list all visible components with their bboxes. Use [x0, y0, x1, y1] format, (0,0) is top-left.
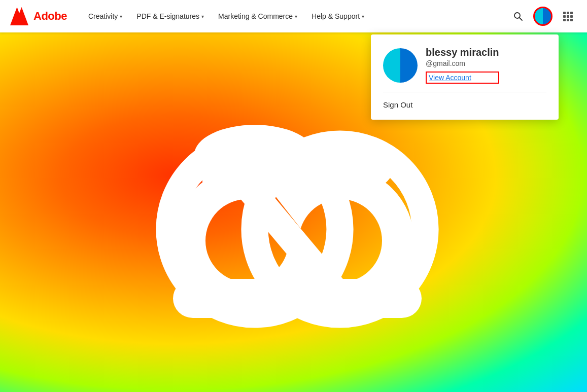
- grid-icon: [563, 12, 573, 21]
- svg-line-3: [520, 18, 523, 21]
- account-details: blessy miraclin @gmail.com View Account: [426, 47, 499, 84]
- adobe-brand-name: Adobe: [33, 10, 67, 23]
- view-account-link[interactable]: View Account: [426, 72, 499, 84]
- adobe-logo-icon: [10, 7, 28, 25]
- cc-logo-main-svg: [126, 98, 461, 367]
- avatar-image: [535, 8, 551, 24]
- marketing-chevron-icon: ▾: [295, 14, 297, 19]
- sign-out-button[interactable]: Sign Out: [383, 100, 412, 109]
- nav-actions: [509, 7, 577, 26]
- creativity-chevron-icon: ▾: [120, 14, 122, 19]
- help-chevron-icon: ▾: [362, 14, 364, 19]
- user-avatar-button[interactable]: [533, 7, 553, 26]
- account-avatar: [383, 48, 418, 83]
- account-email: @gmail.com: [426, 59, 499, 67]
- nav-help-label: Help & Support: [312, 12, 360, 20]
- account-dropdown: blessy miraclin @gmail.com View Account …: [371, 34, 559, 120]
- cc-logo-overlay: [126, 98, 461, 369]
- nav-marketing-label: Marketing & Commerce: [218, 12, 293, 20]
- adobe-logo[interactable]: Adobe: [10, 7, 67, 25]
- nav-help[interactable]: Help & Support ▾: [305, 8, 370, 24]
- nav-creativity-label: Creativity: [88, 12, 118, 20]
- nav-creativity[interactable]: Creativity ▾: [82, 8, 128, 24]
- account-name: blessy miraclin: [426, 47, 499, 58]
- nav-links: Creativity ▾ PDF & E-signatures ▾ Market…: [82, 8, 509, 24]
- search-icon: [513, 11, 523, 21]
- account-info-section: blessy miraclin @gmail.com View Account: [371, 34, 559, 92]
- nav-pdf[interactable]: PDF & E-signatures ▾: [130, 8, 210, 24]
- search-button[interactable]: [509, 7, 527, 25]
- navbar: Adobe Creativity ▾ PDF & E-signatures ▾ …: [0, 0, 587, 32]
- svg-rect-16: [202, 149, 385, 240]
- nav-marketing[interactable]: Marketing & Commerce ▾: [212, 8, 303, 24]
- nav-pdf-label: PDF & E-signatures: [136, 12, 199, 20]
- sign-out-row: Sign Out: [371, 92, 559, 120]
- pdf-chevron-icon: ▾: [201, 14, 204, 19]
- apps-grid-button[interactable]: [559, 7, 577, 25]
